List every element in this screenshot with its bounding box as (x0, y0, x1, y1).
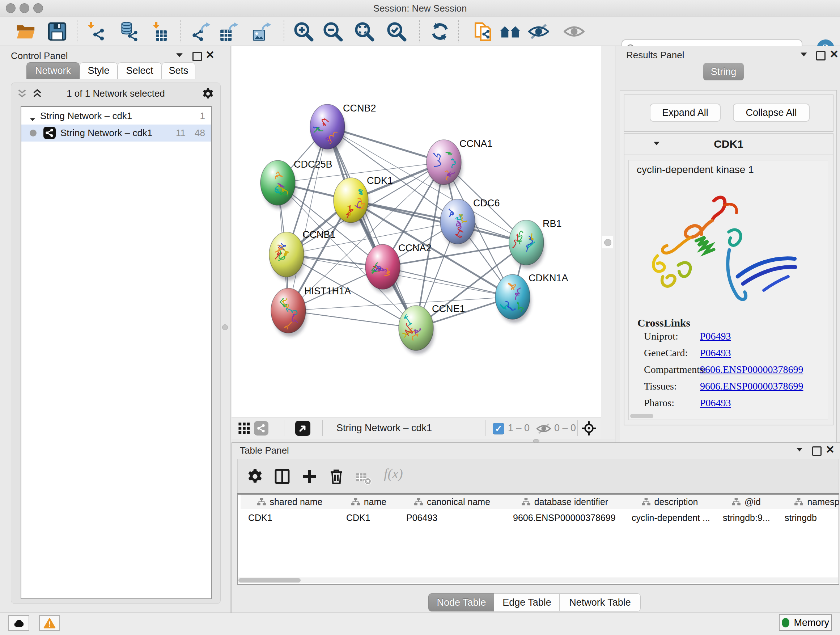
warnings-button[interactable] (39, 615, 60, 631)
left-splitter-handle[interactable] (222, 325, 228, 330)
grid-view-icon[interactable] (238, 422, 250, 434)
table-panel-float-icon[interactable] (812, 447, 821, 456)
table-cell[interactable]: cyclin-dependent ... (624, 509, 715, 526)
floppy-icon (47, 21, 68, 42)
tab-sets[interactable]: Sets (162, 62, 195, 79)
node-HIST1H1A[interactable]: HIST1H1A (271, 286, 351, 337)
tab-select[interactable]: Select (118, 62, 162, 79)
control-panel-menu-icon[interactable] (175, 52, 183, 59)
save-session-button[interactable] (47, 21, 68, 42)
network-collection-row[interactable]: String Network – cdk1 1 (21, 108, 211, 125)
results-panel-float-icon[interactable] (816, 51, 826, 60)
export-network-button[interactable] (191, 21, 212, 42)
vertical-splitter[interactable] (601, 46, 615, 439)
orgchart-icon (731, 497, 741, 507)
expand-all-button[interactable]: Expand All (650, 103, 721, 122)
import-network-from-file-button[interactable] (85, 21, 106, 42)
node-CCNA1[interactable]: CCNA1 (426, 138, 493, 188)
show-hidden-button[interactable] (564, 21, 584, 42)
column-header-shared-name[interactable]: shared name (240, 494, 339, 509)
open-session-button[interactable] (15, 21, 36, 42)
crosslink-link[interactable]: 9606.ENSP00000378699 (700, 364, 803, 375)
birdseye-view-icon[interactable] (295, 421, 310, 436)
delete-column-trash-icon[interactable] (328, 468, 345, 485)
node-CDK1[interactable]: CDK1 (333, 175, 393, 226)
tab-string[interactable]: String (703, 63, 744, 80)
collection-expand-icon[interactable] (28, 113, 36, 125)
table-cell[interactable]: stringdb (777, 509, 839, 526)
column-header-namespace[interactable]: namespace (777, 494, 839, 509)
column-header-canonical-name[interactable]: canonical name (399, 494, 506, 509)
selected-checkbox[interactable]: ✓ (493, 423, 504, 434)
tab-network-table[interactable]: Network Table (559, 593, 641, 611)
crosslink-link[interactable]: P06493 (700, 397, 731, 409)
hidden-eye-icon[interactable] (537, 424, 551, 434)
zoom-out-button[interactable] (322, 21, 343, 42)
selection-mode-target-icon[interactable] (582, 421, 596, 435)
results-panel-menu-icon[interactable] (800, 52, 808, 58)
string-import-button[interactable] (473, 21, 494, 42)
results-panel-close-icon[interactable]: ✕ (829, 50, 838, 58)
hide-selected-button[interactable] (528, 21, 549, 42)
table-cell[interactable]: CDK1 (240, 509, 339, 526)
memory-button[interactable]: Memory (779, 614, 832, 631)
import-table-button[interactable] (148, 21, 169, 42)
collapse-all-button[interactable]: Collapse All (733, 103, 810, 122)
splitter-handle[interactable] (602, 236, 613, 249)
edge-CDK1-RB1[interactable] (351, 200, 526, 242)
memory-label: Memory (794, 617, 829, 629)
table-panel-menu-icon[interactable] (796, 447, 804, 454)
results-scrollbar[interactable] (630, 414, 653, 418)
control-panel-float-icon[interactable] (193, 52, 202, 61)
node-CDKN1A[interactable]: CDKN1A (495, 272, 568, 323)
table-settings-gear-icon[interactable] (246, 468, 264, 485)
crosslink-link[interactable]: P06493 (700, 331, 731, 342)
network-options-gear-icon[interactable] (202, 87, 215, 100)
edge-HIST1H1A-CCNE1[interactable] (288, 310, 416, 328)
add-column-icon[interactable] (301, 468, 318, 485)
node-CCNE1[interactable]: CCNE1 (399, 303, 465, 354)
control-panel-close-icon[interactable]: ✕ (205, 51, 215, 59)
network-share-icon[interactable] (254, 421, 268, 435)
table-cell[interactable]: 9606.ENSP00000378699 (505, 509, 624, 526)
export-table-button[interactable] (218, 21, 240, 42)
table-cell[interactable]: CDK1 (339, 509, 399, 526)
export-image-button[interactable] (251, 21, 272, 42)
column-header--id[interactable]: @id (715, 494, 777, 509)
zoom-fit-button[interactable] (354, 21, 375, 42)
node-CDC25B[interactable]: CDC25B (261, 159, 332, 209)
column-header-name[interactable]: name (339, 494, 399, 509)
node-CCNB2[interactable]: CCNB2 (309, 103, 376, 153)
edge-CCNA2-CDKN1A[interactable] (383, 267, 513, 297)
node-CCNB1[interactable]: CCNB1 (269, 229, 336, 280)
network-canvas[interactable]: CCNB2CCNA1CDC25BCDK1CDC6RB1CCNB1CCNA2CDK… (232, 46, 601, 417)
network-graph[interactable]: CCNB2CCNA1CDC25BCDK1CDC6RB1CCNB1CCNA2CDK… (232, 46, 601, 417)
import-network-from-database-button[interactable] (118, 21, 139, 42)
column-header-database-identifier[interactable]: database identifier (505, 494, 624, 509)
crosslink-link[interactable]: P06493 (700, 347, 731, 359)
tab-edge-table[interactable]: Edge Table (494, 593, 560, 611)
tab-network[interactable]: Network (27, 62, 80, 79)
column-header-description[interactable]: description (624, 494, 715, 509)
refresh-layout-button[interactable] (429, 21, 450, 42)
node-CDC6[interactable]: CDC6 (440, 198, 500, 248)
crosslink-label: Uniprot: (644, 331, 678, 342)
table-panel-close-icon[interactable]: ✕ (826, 446, 835, 454)
tab-style[interactable]: Style (80, 62, 118, 79)
show-columns-icon[interactable] (273, 468, 291, 485)
zoom-in-button[interactable] (293, 21, 314, 42)
node-RB1[interactable]: RB1 (509, 218, 562, 269)
edge-CCNB2-CCNE1[interactable] (327, 127, 416, 328)
cloud-status-button[interactable] (8, 615, 29, 631)
crosslink-link[interactable]: 9606.ENSP00000378699 (700, 380, 803, 392)
home-button[interactable] (500, 21, 521, 42)
table-cell[interactable]: stringdb:9... (715, 509, 777, 526)
tab-node-table[interactable]: Node Table (428, 593, 494, 611)
table-cell[interactable]: P06493 (399, 509, 505, 526)
zoom-selected-button[interactable] (386, 21, 407, 42)
node-CCNA2[interactable]: CCNA2 (365, 242, 431, 293)
network-row-selected[interactable]: String Network – cdk1 11 48 (21, 125, 211, 141)
table-hscroll-thumb[interactable] (238, 578, 301, 583)
edge-CCNB2-HIST1H1A[interactable] (288, 127, 327, 310)
table-hscroll-track[interactable] (238, 578, 838, 583)
